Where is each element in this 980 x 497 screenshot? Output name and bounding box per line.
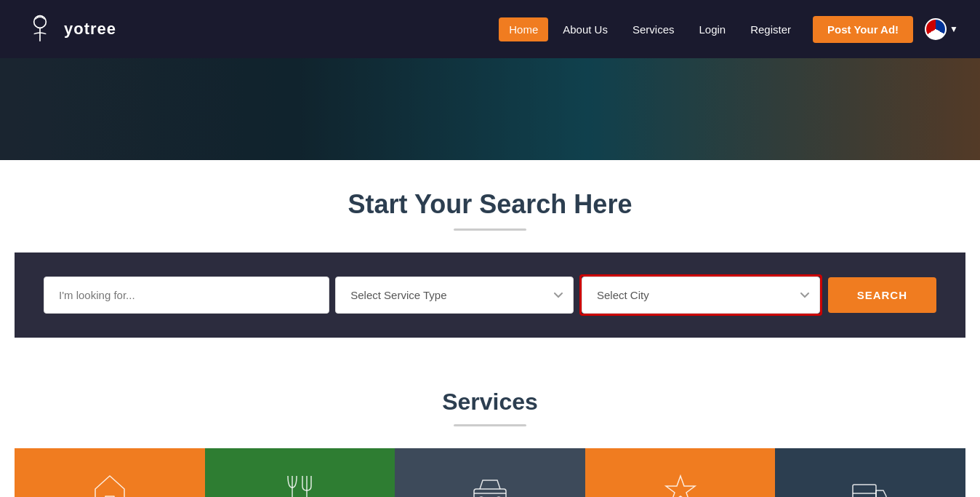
navbar: yotree Home About Us Services Login Regi… bbox=[0, 0, 980, 58]
services-title: Services bbox=[15, 389, 965, 416]
services-divider bbox=[454, 424, 526, 426]
logo-text: yotree bbox=[64, 20, 116, 39]
star-icon bbox=[659, 469, 702, 497]
restaurant-icon bbox=[278, 469, 321, 497]
svg-point-0 bbox=[34, 16, 47, 28]
service-card-car[interactable] bbox=[395, 448, 585, 497]
service-card-food[interactable] bbox=[205, 448, 395, 497]
post-ad-button[interactable]: Post Your Ad! bbox=[813, 16, 913, 43]
nav-home[interactable]: Home bbox=[499, 17, 548, 41]
search-section: Start Your Search Here Select Service Ty… bbox=[0, 160, 980, 359]
services-section: Services bbox=[0, 359, 980, 497]
car-icon bbox=[468, 469, 512, 497]
nav-about[interactable]: About Us bbox=[553, 17, 618, 41]
search-bar: Select Service Type Select City SEARCH bbox=[15, 253, 965, 338]
service-type-wrapper: Select Service Type bbox=[335, 277, 574, 314]
chevron-down-icon: ▼ bbox=[949, 24, 958, 34]
title-divider bbox=[454, 228, 526, 231]
city-select-wrapper: Select City bbox=[579, 274, 822, 316]
language-selector[interactable]: ▼ bbox=[925, 18, 958, 40]
search-title: Start Your Search Here bbox=[15, 189, 965, 220]
service-cards-container bbox=[15, 448, 965, 497]
search-input[interactable] bbox=[44, 277, 329, 314]
nav-services[interactable]: Services bbox=[622, 17, 685, 41]
home-icon bbox=[88, 469, 132, 497]
svg-marker-8 bbox=[666, 476, 695, 497]
truck-icon bbox=[848, 469, 892, 497]
logo[interactable]: yotree bbox=[22, 11, 116, 47]
nav-login[interactable]: Login bbox=[688, 17, 736, 41]
nav-register[interactable]: Register bbox=[740, 17, 801, 41]
search-input-wrapper bbox=[44, 277, 329, 314]
flag-icon bbox=[925, 18, 947, 40]
service-type-select[interactable]: Select Service Type bbox=[335, 277, 574, 314]
search-button[interactable]: SEARCH bbox=[828, 277, 936, 313]
city-select[interactable]: Select City bbox=[582, 277, 820, 314]
svg-rect-9 bbox=[853, 485, 876, 497]
service-card-star[interactable] bbox=[585, 448, 776, 497]
service-card-truck[interactable] bbox=[775, 448, 965, 497]
nav-links: Home About Us Services Login Register Po… bbox=[499, 16, 958, 43]
hero-content bbox=[0, 58, 980, 160]
service-card-home[interactable] bbox=[15, 448, 205, 497]
hero-banner bbox=[0, 58, 980, 160]
